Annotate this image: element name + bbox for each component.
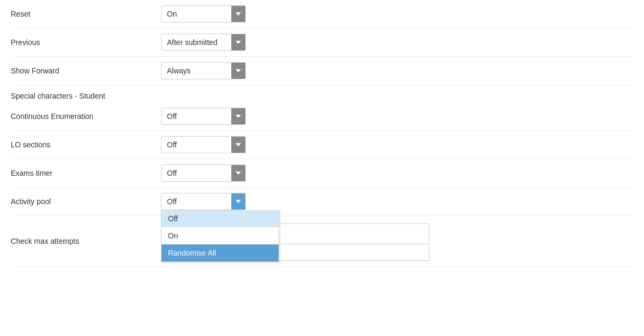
previous-row: Previous After submitted: [11, 28, 633, 57]
activity-pool-dropdown-container: Off Off On Randomise All: [161, 193, 246, 210]
lo-sections-value: Off: [162, 137, 231, 152]
activity-pool-row: Activity pool Off Off On Randomise All: [11, 188, 633, 216]
lo-sections-control: Off: [161, 136, 633, 153]
chevron-down-icon: [236, 69, 241, 72]
special-characters-label: Special characters - Student: [11, 85, 633, 102]
exams-timer-dropdown-btn[interactable]: [231, 165, 245, 181]
activity-pool-value: Off: [162, 194, 231, 209]
reset-select[interactable]: On: [161, 5, 246, 23]
reset-label: Reset: [11, 10, 161, 18]
continuous-enumeration-label: Continuous Enumeration: [11, 112, 161, 121]
chevron-down-icon: [236, 143, 241, 146]
previous-control: After submitted: [161, 34, 633, 51]
activity-pool-label: Activity pool: [11, 197, 161, 206]
dropdown-item-randomise-all[interactable]: Randomise All: [162, 244, 279, 262]
dropdown-item-on[interactable]: On: [162, 227, 279, 244]
show-forward-value: Always: [162, 63, 231, 78]
continuous-enumeration-value: Off: [162, 109, 231, 124]
chevron-down-icon: [236, 12, 241, 16]
exams-timer-control: Off: [161, 165, 633, 182]
show-forward-label: Show Forward: [11, 66, 161, 75]
continuous-enumeration-row: Continuous Enumeration Off: [11, 102, 633, 131]
previous-value: After submitted: [162, 35, 231, 50]
previous-label: Previous: [11, 38, 161, 47]
check-max-attempts-row: Check max attempts B I U S x2 x2 Ix: [11, 216, 633, 267]
show-forward-select[interactable]: Always: [161, 62, 246, 79]
activity-pool-dropdown-menu: Off On Randomise All: [161, 210, 279, 262]
lo-sections-row: LO sections Off: [11, 131, 633, 159]
lo-sections-select[interactable]: Off: [161, 136, 246, 153]
dropdown-item-off[interactable]: Off: [162, 210, 279, 227]
check-max-attempts-label: Check max attempts: [11, 237, 161, 245]
exams-timer-label: Exams timer: [11, 169, 161, 177]
chevron-down-icon: [236, 171, 241, 175]
show-forward-row: Show Forward Always: [11, 57, 633, 85]
settings-container: Reset On Previous After submitted Show F…: [0, 0, 644, 267]
show-forward-dropdown-btn[interactable]: [231, 63, 245, 79]
reset-control: On: [161, 5, 633, 23]
activity-pool-dropdown-btn[interactable]: [231, 193, 245, 210]
exams-timer-value: Off: [162, 166, 231, 181]
lo-sections-dropdown-btn[interactable]: [231, 137, 245, 153]
chevron-down-icon: [236, 200, 241, 203]
chevron-down-icon: [236, 115, 241, 118]
previous-dropdown-btn[interactable]: [231, 34, 245, 50]
show-forward-control: Always: [161, 62, 633, 79]
reset-row: Reset On: [11, 0, 633, 28]
continuous-enumeration-dropdown-btn[interactable]: [231, 108, 245, 124]
chevron-down-icon: [236, 41, 241, 44]
exams-timer-row: Exams timer Off: [11, 159, 633, 188]
activity-pool-control: Off Off On Randomise All: [161, 193, 633, 210]
reset-value: On: [162, 6, 231, 21]
exams-timer-select[interactable]: Off: [161, 165, 246, 182]
reset-dropdown-btn[interactable]: [231, 6, 245, 22]
continuous-enumeration-select[interactable]: Off: [161, 108, 246, 125]
lo-sections-label: LO sections: [11, 140, 161, 149]
previous-select[interactable]: After submitted: [161, 34, 246, 51]
continuous-enumeration-control: Off: [161, 108, 633, 125]
activity-pool-select[interactable]: Off: [161, 193, 246, 210]
